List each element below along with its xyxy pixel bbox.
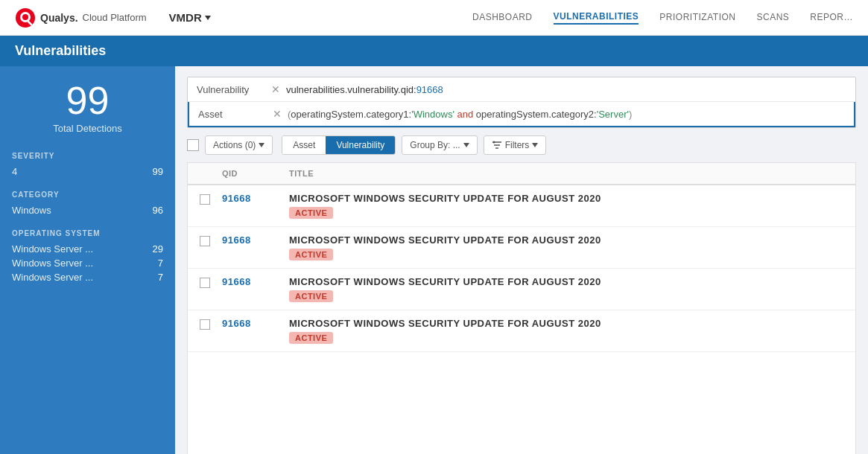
vulnerability-filter-row: Vulnerability ✕ vulnerabilities.vulnerab… xyxy=(188,77,855,102)
row-2-title: Microsoft Windows Security Update for Au… xyxy=(289,234,843,260)
module-name: VMDR xyxy=(169,11,202,24)
nav-scans[interactable]: SCANS xyxy=(756,12,789,24)
vulnerability-filter-clear[interactable]: ✕ xyxy=(271,83,280,95)
qualys-logo-icon xyxy=(15,7,36,28)
os-row-2[interactable]: Windows Server ... 7 xyxy=(12,256,163,270)
filter-bar: Vulnerability ✕ vulnerabilities.vulnerab… xyxy=(187,77,856,128)
os-section-title: OPERATING SYSTEM xyxy=(12,229,163,237)
table-row: 91668 Microsoft Windows Security Update … xyxy=(188,185,855,227)
select-all-checkbox[interactable] xyxy=(187,139,199,151)
view-asset-button[interactable]: Asset xyxy=(282,136,326,154)
severity-label: 4 xyxy=(12,166,17,177)
top-header: Qualys. Cloud Platform VMDR DASHBOARD VU… xyxy=(0,0,868,36)
os-label-1: Windows Server ... xyxy=(12,243,93,255)
nav-dashboard[interactable]: DASHBOARD xyxy=(472,12,533,24)
row-4-title: Microsoft Windows Security Update for Au… xyxy=(289,318,843,344)
row-3-qid[interactable]: 91668 xyxy=(222,276,289,287)
row-4-title-text: Microsoft Windows Security Update for Au… xyxy=(289,318,843,329)
group-by-chevron-icon xyxy=(463,143,469,147)
row-2-title-text: Microsoft Windows Security Update for Au… xyxy=(289,234,843,246)
sidebar-section-os: OPERATING SYSTEM Windows Server ... 29 W… xyxy=(12,229,163,284)
total-number: 99 xyxy=(12,81,163,120)
module-selector[interactable]: VMDR xyxy=(169,11,211,24)
page-title-bar: Vulnerabilities xyxy=(0,36,868,66)
actions-button[interactable]: Actions (0) xyxy=(205,135,273,155)
filters-icon xyxy=(492,140,502,150)
category-section-title: CATEGORY xyxy=(12,191,163,199)
logo-subtitle-text: Cloud Platform xyxy=(83,12,147,23)
row-3-title: Microsoft Windows Security Update for Au… xyxy=(289,276,843,302)
row-2-checkbox[interactable] xyxy=(200,234,222,246)
vuln-value-prefix: vulnerabilities.vulnerability.qid: xyxy=(286,84,416,95)
row-4-badge: Active xyxy=(289,332,333,344)
row-3-checkbox[interactable] xyxy=(200,276,222,288)
category-label: Windows xyxy=(12,205,51,216)
row-1-badge: Active xyxy=(289,207,333,219)
filters-button[interactable]: Filters xyxy=(484,135,547,155)
svg-point-7 xyxy=(492,141,495,144)
os-count-1: 29 xyxy=(153,243,163,255)
severity-count: 99 xyxy=(153,166,163,177)
col-qid-header: QID xyxy=(222,169,289,178)
col-check-header xyxy=(200,169,222,178)
main-layout: 99 Total Detections SEVERITY 4 99 CATEGO… xyxy=(0,66,868,454)
asset-filter-clear[interactable]: ✕ xyxy=(273,108,282,120)
row-4-qid[interactable]: 91668 xyxy=(222,318,289,329)
table-row: 91668 Microsoft Windows Security Update … xyxy=(188,227,855,269)
nav-vulnerabilities[interactable]: VULNERABILITIES xyxy=(554,11,639,25)
toolbar: Actions (0) Asset Vulnerability Group By… xyxy=(175,128,868,162)
page-title: Vulnerabilities xyxy=(15,43,106,58)
row-2-qid[interactable]: 91668 xyxy=(222,234,289,246)
row-1-qid[interactable]: 91668 xyxy=(222,193,289,204)
category-row-1[interactable]: Windows 96 xyxy=(12,203,163,217)
row-3-badge: Active xyxy=(289,290,333,302)
asset-filter-label: Asset xyxy=(198,109,273,120)
total-detections: 99 Total Detections xyxy=(12,81,163,134)
severity-section-title: SEVERITY xyxy=(12,152,163,160)
sidebar: 99 Total Detections SEVERITY 4 99 CATEGO… xyxy=(0,66,175,454)
view-vulnerability-button[interactable]: Vulnerability xyxy=(326,136,395,154)
actions-label: Actions (0) xyxy=(213,140,256,150)
asset-filter-value: (operatingSystem.category1:'Windows' and… xyxy=(288,109,845,120)
vulnerability-filter-value: vulnerabilities.vulnerability.qid:91668 xyxy=(286,84,846,95)
main-nav: DASHBOARD VULNERABILITIES PRIORITIZATION… xyxy=(472,11,853,25)
os-row-3[interactable]: Windows Server ... 7 xyxy=(12,270,163,284)
row-1-checkbox[interactable] xyxy=(200,193,222,205)
content-area: Vulnerability ✕ vulnerabilities.vulnerab… xyxy=(175,66,868,454)
logo-area: Qualys. Cloud Platform xyxy=(15,7,147,28)
results-table: QID TITLE 91668 Microsoft Windows Securi… xyxy=(187,162,856,454)
nav-reports[interactable]: REPOR… xyxy=(810,12,853,24)
total-label: Total Detections xyxy=(12,123,163,134)
os-row-1[interactable]: Windows Server ... 29 xyxy=(12,242,163,256)
actions-chevron-icon xyxy=(259,143,264,147)
row-1-title: Microsoft Windows Security Update for Au… xyxy=(289,193,843,219)
os-label-3: Windows Server ... xyxy=(12,272,93,283)
os-count-2: 7 xyxy=(158,258,163,269)
asset-filter-row: Asset ✕ (operatingSystem.category1:'Wind… xyxy=(188,102,855,127)
table-row: 91668 Microsoft Windows Security Update … xyxy=(188,310,855,352)
table-header: QID TITLE xyxy=(188,163,855,185)
logo-brand-text: Qualys. xyxy=(40,12,78,24)
view-toggle: Asset Vulnerability xyxy=(282,135,396,155)
sidebar-section-category: CATEGORY Windows 96 xyxy=(12,191,163,217)
filters-label: Filters xyxy=(505,140,530,150)
table-row: 91668 Microsoft Windows Security Update … xyxy=(188,269,855,310)
filters-chevron-icon xyxy=(532,143,538,147)
category-count: 96 xyxy=(153,205,163,216)
os-label-2: Windows Server ... xyxy=(12,258,93,269)
row-3-title-text: Microsoft Windows Security Update for Au… xyxy=(289,276,843,287)
nav-prioritization[interactable]: PRIORITIZATION xyxy=(659,12,735,24)
col-title-header: TITLE xyxy=(289,169,843,178)
vulnerability-filter-label: Vulnerability xyxy=(197,84,271,95)
os-count-3: 7 xyxy=(158,272,163,283)
group-by-label: Group By: ... xyxy=(410,140,460,150)
row-1-title-text: Microsoft Windows Security Update for Au… xyxy=(289,193,843,204)
group-by-button[interactable]: Group By: ... xyxy=(402,135,477,155)
row-4-checkbox[interactable] xyxy=(200,318,222,330)
severity-row-1[interactable]: 4 99 xyxy=(12,164,163,179)
module-chevron-icon xyxy=(205,16,211,20)
row-2-badge: Active xyxy=(289,249,333,260)
vuln-value-highlight: 91668 xyxy=(416,84,443,95)
svg-point-2 xyxy=(22,14,28,20)
sidebar-section-severity: SEVERITY 4 99 xyxy=(12,152,163,179)
